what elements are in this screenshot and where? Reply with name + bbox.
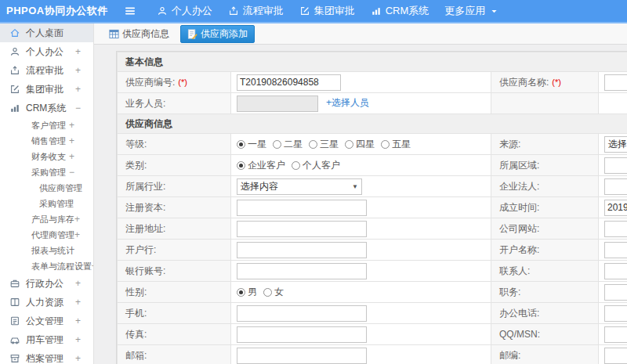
archive-icon <box>9 353 20 364</box>
sidebar-item-sales-mgmt[interactable]: 销售管理+ <box>0 133 93 149</box>
sidebar-item-customer-mgmt[interactable]: 客户管理+ <box>0 117 93 133</box>
fax-input[interactable] <box>237 326 367 343</box>
supplier-name-label: 供应商名称:(*) <box>491 72 599 93</box>
nav-item-personal-office[interactable]: 个人办公 <box>157 4 212 18</box>
sidebar-item-label: 供应商管理 <box>39 182 82 194</box>
level-option-0[interactable]: 一星 <box>237 138 266 151</box>
sidebar-item-archive-mgmt[interactable]: 档案管理+ <box>0 349 93 364</box>
radio-icon <box>345 140 353 149</box>
tab-label: 供应商添加 <box>201 27 248 41</box>
nav-item-more-apps[interactable]: 更多应用 <box>444 4 498 18</box>
radio-icon <box>263 288 272 297</box>
sidebar-item-human-resources[interactable]: 人力资源+ <box>0 293 93 312</box>
level-label: 等级: <box>118 134 231 155</box>
doc-icon <box>9 315 20 326</box>
sidebar-item-admin-office[interactable]: 行政办公+ <box>0 274 93 293</box>
gender-label: 性别: <box>118 282 231 303</box>
position-input[interactable] <box>604 284 627 301</box>
supplier-name-input[interactable] <box>604 74 627 91</box>
form-row: 注册地址:公司网站: <box>118 218 627 240</box>
upload-icon <box>228 5 239 16</box>
tab-supplier-add[interactable]: 供应商添加 <box>180 25 255 43</box>
nav-item-workflow-approval[interactable]: 流程审批 <box>228 4 284 18</box>
business-staff-picker-link[interactable]: +选择人员 <box>326 97 369 108</box>
category-option-0[interactable]: 企业客户 <box>237 159 285 172</box>
sidebar-item-purchasing[interactable]: 采购管理 <box>0 196 93 211</box>
bank-input[interactable] <box>237 242 367 258</box>
bank-account-input[interactable] <box>237 263 367 279</box>
qq-msn-input[interactable] <box>604 326 627 343</box>
account-name-input[interactable] <box>604 242 627 258</box>
registered-address-input[interactable] <box>237 221 367 237</box>
caret-down-icon <box>490 7 498 16</box>
legal-person-input[interactable] <box>604 178 627 195</box>
business-staff-label: 业务人员: <box>118 93 231 114</box>
field-label: 业务人员: <box>125 98 165 109</box>
industry-label: 所属行业: <box>118 176 231 197</box>
region-input[interactable] <box>604 157 627 174</box>
level-option-4[interactable]: 五星 <box>381 138 411 151</box>
registered-capital-input[interactable] <box>237 200 367 216</box>
supplier-code-input[interactable] <box>237 74 341 91</box>
sidebar-item-vehicle-mgmt[interactable]: 用车管理+ <box>0 330 93 349</box>
field-label: 邮编: <box>499 350 520 361</box>
sidebar-item-supplier-mgmt[interactable]: 供应商管理 <box>0 180 93 196</box>
sidebar-item-product-inventory[interactable]: 产品与库存+ <box>0 211 93 227</box>
sidebar-item-group-approval[interactable]: 集团审批+ <box>0 80 93 99</box>
mobile-label: 手机: <box>118 303 231 324</box>
field-label: 银行账号: <box>125 265 165 276</box>
sidebar-item-personal-office[interactable]: 个人办公+ <box>0 42 93 61</box>
sidebar-item-label: 集团审批 <box>26 83 63 96</box>
radio-label: 二星 <box>284 139 303 150</box>
field-label: 供应商编号: <box>125 77 175 88</box>
gender-option-0[interactable]: 男 <box>237 286 257 299</box>
nav-item-crm-system[interactable]: CRM系统 <box>371 4 429 18</box>
founded-date-input[interactable] <box>604 200 627 216</box>
level-option-1[interactable]: 二星 <box>273 138 303 151</box>
source-select[interactable]: 选择内容▼ <box>604 136 627 153</box>
nav-item-label: 流程审批 <box>243 4 284 18</box>
level-option-3[interactable]: 四星 <box>345 138 375 151</box>
nav-item-group-approval[interactable]: 集团审批 <box>299 4 355 18</box>
fax-label: 传真: <box>118 324 231 345</box>
field-label: 供应商名称: <box>499 77 549 88</box>
expand-icon: + <box>75 46 87 57</box>
field-label: 来源: <box>499 139 520 150</box>
sidebar-item-workflow-approval[interactable]: 流程审批+ <box>0 61 93 80</box>
home-icon <box>9 27 20 38</box>
sidebar-item-personal-desktop[interactable]: 个人桌面 <box>0 23 93 42</box>
sidebar-item-report-stats[interactable]: 报表与统计 <box>0 243 93 258</box>
sidebar-item-form-workflow-settings[interactable]: 表单与流程设置+ <box>0 258 93 274</box>
sidebar-item-crm-system[interactable]: CRM系统− <box>0 99 93 117</box>
sidebar-item-finance-mgmt[interactable]: 财务收支+ <box>0 149 93 164</box>
menu-icon[interactable] <box>124 5 136 17</box>
content: 供应商信息 供应商添加 基本信息供应商编号:(*)供应商名称:(*)业务人员:+… <box>94 23 627 364</box>
sidebar-item-document-mgmt[interactable]: 公文管理+ <box>0 312 93 330</box>
mobile-input[interactable] <box>237 305 367 322</box>
business-staff-input[interactable] <box>237 96 318 112</box>
tab-supplier-info[interactable]: 供应商信息 <box>104 25 174 43</box>
expand-icon: + <box>69 120 87 131</box>
email-input[interactable] <box>237 348 367 364</box>
industry-select[interactable]: 选择内容▼ <box>237 178 362 195</box>
sidebar-item-agent-mgmt[interactable]: 代理商管理+ <box>0 227 93 243</box>
bank-account-label: 银行账号: <box>118 261 231 282</box>
sidebar-item-label: 报表与统计 <box>31 245 74 257</box>
contact-person-input[interactable] <box>604 263 627 279</box>
form-row: 所属行业:选择内容▼企业法人: <box>118 176 627 197</box>
collapse-icon: − <box>75 103 87 114</box>
form-row: 手机:办公电话: <box>118 303 627 324</box>
company-website-input[interactable] <box>604 221 627 237</box>
zip-code-input[interactable] <box>604 348 627 364</box>
category-option-1[interactable]: 个人客户 <box>292 159 340 172</box>
section-title: 基本信息 <box>118 52 627 72</box>
category-label: 类别: <box>118 155 231 176</box>
sidebar-item-purchase-mgmt[interactable]: 采购管理− <box>0 164 93 180</box>
gender-option-1[interactable]: 女 <box>263 286 284 299</box>
radio-icon <box>237 140 245 149</box>
field-label: 联系人: <box>499 265 530 276</box>
nav-item-label: 更多应用 <box>444 4 485 18</box>
level-option-2[interactable]: 三星 <box>309 138 339 151</box>
radio-label: 一星 <box>248 139 266 150</box>
office-phone-input[interactable] <box>604 305 627 322</box>
